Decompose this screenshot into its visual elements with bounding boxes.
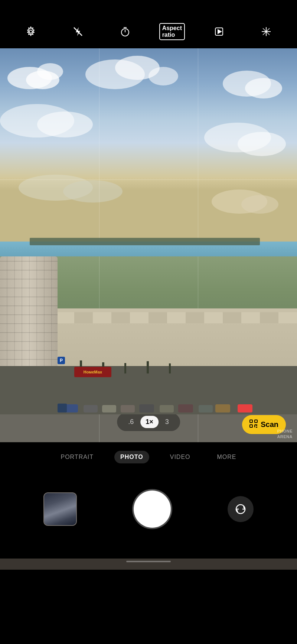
clouds-left [7,59,82,97]
clouds-low-right [212,190,286,216]
mode-selector: PORTRAIT PHOTO VIDEO MORE [0,442,297,472]
mode-video[interactable]: VIDEO [164,451,196,463]
status-bar [0,0,297,15]
clouds-right [223,71,290,104]
zoom-3x-button[interactable]: 3 [161,417,173,427]
zoom-0-6-button[interactable]: .6 [124,417,137,427]
clouds-mid-left [0,104,111,141]
svg-rect-13 [250,425,252,427]
svg-rect-11 [250,420,252,423]
ratio-icon[interactable]: Aspect ratio [163,22,181,41]
svg-marker-6 [218,30,221,33]
clouds-center [85,56,178,100]
bottom-controls-area [0,472,297,570]
clouds-mid-right [204,123,297,160]
mode-portrait[interactable]: PORTRAIT [55,451,99,463]
svg-point-0 [29,30,32,33]
zoom-1x-button[interactable]: 1× [140,416,159,428]
mode-photo[interactable]: PHOTO [114,451,149,463]
watermark-line2: ARENA [277,434,293,439]
watermark-line1: PHONE [277,428,293,434]
settings-icon[interactable] [22,22,40,41]
watermark: PHONE ARENA [277,428,293,439]
home-indicator [126,561,171,562]
svg-rect-12 [255,420,257,423]
homemax-sign-small: НомеМах [74,367,111,377]
flip-camera-button[interactable] [228,496,254,522]
distant-treeline [30,238,260,245]
scan-text-icon [249,420,258,430]
gallery-thumbnail[interactable] [43,492,77,526]
camera-viewfinder[interactable]: HomeMах Един дом, много идеи. НомеМах P [0,48,297,442]
scan-label: Scan [261,420,278,429]
clouds-low [19,175,130,204]
camera-controls [0,472,297,546]
sparkle-icon[interactable] [257,22,275,41]
mode-more[interactable]: MORE [211,451,242,463]
gallery-thumb-preview [44,493,76,525]
flash-off-icon[interactable] [69,22,87,41]
parking-sign: P [58,357,65,364]
timer-icon[interactable] [116,22,134,41]
shutter-button[interactable] [134,491,171,528]
top-toolbar: Aspect ratio [0,15,297,48]
motion-icon[interactable] [210,22,228,41]
zoom-controls: .6 1× 3 [117,413,180,431]
